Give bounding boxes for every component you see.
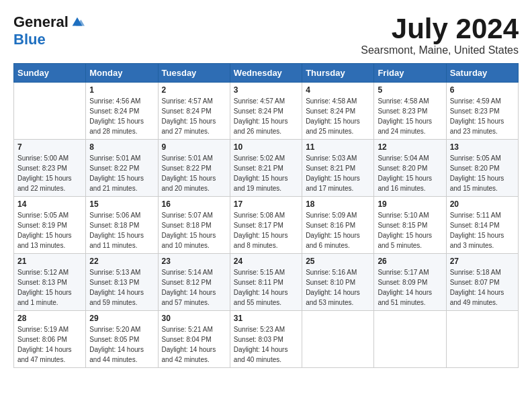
day-info: Sunrise: 5:04 AM Sunset: 8:20 PM Dayligh… — [378, 153, 442, 193]
calendar-day-cell: 20Sunrise: 5:11 AM Sunset: 8:14 PM Dayli… — [446, 197, 518, 254]
calendar-day-cell: 3Sunrise: 4:57 AM Sunset: 8:24 PM Daylig… — [230, 83, 302, 140]
calendar-day-cell: 27Sunrise: 5:18 AM Sunset: 8:07 PM Dayli… — [446, 254, 518, 311]
calendar-day-cell: 16Sunrise: 5:07 AM Sunset: 8:18 PM Dayli… — [158, 197, 230, 254]
day-number: 20 — [450, 199, 515, 209]
logo-blue-text: Blue — [13, 31, 46, 48]
day-info: Sunrise: 4:58 AM Sunset: 8:24 PM Dayligh… — [306, 96, 370, 136]
calendar-body: 1Sunrise: 4:56 AM Sunset: 8:24 PM Daylig… — [14, 83, 519, 368]
calendar-day-cell: 31Sunrise: 5:23 AM Sunset: 8:03 PM Dayli… — [230, 311, 302, 368]
day-number: 31 — [234, 314, 298, 323]
calendar-day-cell: 19Sunrise: 5:10 AM Sunset: 8:15 PM Dayli… — [374, 197, 446, 254]
day-number: 4 — [306, 85, 370, 95]
calendar-day-cell: 11Sunrise: 5:03 AM Sunset: 8:21 PM Dayli… — [302, 140, 374, 197]
weekday-header-row: SundayMondayTuesdayWednesdayThursdayFrid… — [14, 64, 519, 83]
calendar-week-row: 14Sunrise: 5:05 AM Sunset: 8:19 PM Dayli… — [14, 197, 519, 254]
logo: General Blue — [13, 13, 85, 48]
day-number: 18 — [306, 199, 370, 209]
logo-icon — [70, 15, 85, 30]
day-number: 2 — [162, 85, 226, 95]
logo-general-text: General — [13, 13, 69, 31]
day-info: Sunrise: 5:02 AM Sunset: 8:21 PM Dayligh… — [234, 153, 298, 193]
calendar-week-row: 28Sunrise: 5:19 AM Sunset: 8:06 PM Dayli… — [14, 311, 519, 368]
day-info: Sunrise: 5:01 AM Sunset: 8:22 PM Dayligh… — [89, 153, 154, 193]
day-info: Sunrise: 5:06 AM Sunset: 8:18 PM Dayligh… — [89, 210, 154, 250]
day-info: Sunrise: 5:13 AM Sunset: 8:13 PM Dayligh… — [89, 267, 154, 308]
calendar-day-cell: 8Sunrise: 5:01 AM Sunset: 8:22 PM Daylig… — [86, 140, 158, 197]
day-info: Sunrise: 5:18 AM Sunset: 8:07 PM Dayligh… — [450, 267, 515, 308]
calendar-day-cell: 15Sunrise: 5:06 AM Sunset: 8:18 PM Dayli… — [86, 197, 158, 254]
day-number: 15 — [89, 199, 154, 209]
day-info: Sunrise: 4:56 AM Sunset: 8:24 PM Dayligh… — [89, 96, 154, 136]
calendar-day-cell: 2Sunrise: 4:57 AM Sunset: 8:24 PM Daylig… — [158, 83, 230, 140]
calendar-day-cell: 25Sunrise: 5:16 AM Sunset: 8:10 PM Dayli… — [302, 254, 374, 311]
day-number: 1 — [89, 85, 154, 95]
calendar-day-cell — [446, 311, 518, 368]
day-number: 14 — [17, 199, 82, 209]
calendar-day-cell: 12Sunrise: 5:04 AM Sunset: 8:20 PM Dayli… — [374, 140, 446, 197]
day-number: 22 — [89, 257, 154, 266]
day-number: 17 — [234, 199, 298, 209]
day-info: Sunrise: 5:00 AM Sunset: 8:23 PM Dayligh… — [17, 153, 82, 193]
page-header: General Blue July 2024 Searsmont, Maine,… — [13, 13, 519, 56]
day-number: 7 — [17, 142, 82, 152]
day-info: Sunrise: 5:19 AM Sunset: 8:06 PM Dayligh… — [17, 324, 82, 365]
calendar-day-cell: 1Sunrise: 4:56 AM Sunset: 8:24 PM Daylig… — [86, 83, 158, 140]
day-info: Sunrise: 5:17 AM Sunset: 8:09 PM Dayligh… — [378, 267, 442, 308]
day-number: 5 — [378, 85, 442, 95]
day-number: 29 — [89, 314, 154, 323]
calendar-day-cell: 5Sunrise: 4:58 AM Sunset: 8:23 PM Daylig… — [374, 83, 446, 140]
calendar-day-cell: 28Sunrise: 5:19 AM Sunset: 8:06 PM Dayli… — [14, 311, 86, 368]
day-number: 8 — [89, 142, 154, 152]
day-info: Sunrise: 5:07 AM Sunset: 8:18 PM Dayligh… — [162, 210, 226, 250]
weekday-header-cell: Saturday — [446, 64, 518, 83]
day-info: Sunrise: 5:03 AM Sunset: 8:21 PM Dayligh… — [306, 153, 370, 193]
calendar-week-row: 1Sunrise: 4:56 AM Sunset: 8:24 PM Daylig… — [14, 83, 519, 140]
day-number: 26 — [378, 257, 442, 266]
day-number: 25 — [306, 257, 370, 266]
calendar-day-cell: 29Sunrise: 5:20 AM Sunset: 8:05 PM Dayli… — [86, 311, 158, 368]
day-info: Sunrise: 5:21 AM Sunset: 8:04 PM Dayligh… — [162, 324, 226, 365]
month-title: July 2024 — [361, 13, 519, 44]
day-info: Sunrise: 5:08 AM Sunset: 8:17 PM Dayligh… — [234, 210, 298, 250]
calendar-day-cell: 9Sunrise: 5:01 AM Sunset: 8:22 PM Daylig… — [158, 140, 230, 197]
calendar-day-cell: 18Sunrise: 5:09 AM Sunset: 8:16 PM Dayli… — [302, 197, 374, 254]
calendar-day-cell: 4Sunrise: 4:58 AM Sunset: 8:24 PM Daylig… — [302, 83, 374, 140]
day-info: Sunrise: 5:16 AM Sunset: 8:10 PM Dayligh… — [306, 267, 370, 308]
day-number: 3 — [234, 85, 298, 95]
day-info: Sunrise: 5:23 AM Sunset: 8:03 PM Dayligh… — [234, 324, 298, 365]
calendar-day-cell: 23Sunrise: 5:14 AM Sunset: 8:12 PM Dayli… — [158, 254, 230, 311]
day-info: Sunrise: 4:57 AM Sunset: 8:24 PM Dayligh… — [234, 96, 298, 136]
calendar-week-row: 7Sunrise: 5:00 AM Sunset: 8:23 PM Daylig… — [14, 140, 519, 197]
day-number: 12 — [378, 142, 442, 152]
day-number: 6 — [450, 85, 515, 95]
day-info: Sunrise: 5:20 AM Sunset: 8:05 PM Dayligh… — [89, 324, 154, 365]
calendar-table: SundayMondayTuesdayWednesdayThursdayFrid… — [13, 63, 519, 368]
day-info: Sunrise: 5:10 AM Sunset: 8:15 PM Dayligh… — [378, 210, 442, 250]
day-info: Sunrise: 5:05 AM Sunset: 8:20 PM Dayligh… — [450, 153, 515, 193]
calendar-day-cell: 10Sunrise: 5:02 AM Sunset: 8:21 PM Dayli… — [230, 140, 302, 197]
weekday-header-cell: Wednesday — [230, 64, 302, 83]
day-number: 23 — [162, 257, 226, 266]
calendar-day-cell: 24Sunrise: 5:15 AM Sunset: 8:11 PM Dayli… — [230, 254, 302, 311]
day-info: Sunrise: 5:05 AM Sunset: 8:19 PM Dayligh… — [17, 210, 82, 250]
calendar-day-cell: 21Sunrise: 5:12 AM Sunset: 8:13 PM Dayli… — [14, 254, 86, 311]
weekday-header-cell: Friday — [374, 64, 446, 83]
day-info: Sunrise: 4:59 AM Sunset: 8:23 PM Dayligh… — [450, 96, 515, 136]
calendar-day-cell: 26Sunrise: 5:17 AM Sunset: 8:09 PM Dayli… — [374, 254, 446, 311]
day-number: 11 — [306, 142, 370, 152]
day-number: 24 — [234, 257, 298, 266]
day-number: 19 — [378, 199, 442, 209]
day-number: 21 — [17, 257, 82, 266]
title-block: July 2024 Searsmont, Maine, United State… — [361, 13, 519, 56]
weekday-header-cell: Tuesday — [158, 64, 230, 83]
day-number: 27 — [450, 257, 515, 266]
location-text: Searsmont, Maine, United States — [361, 44, 519, 56]
weekday-header-cell: Thursday — [302, 64, 374, 83]
day-info: Sunrise: 5:01 AM Sunset: 8:22 PM Dayligh… — [162, 153, 226, 193]
day-info: Sunrise: 4:57 AM Sunset: 8:24 PM Dayligh… — [162, 96, 226, 136]
weekday-header-cell: Sunday — [14, 64, 86, 83]
day-info: Sunrise: 5:14 AM Sunset: 8:12 PM Dayligh… — [162, 267, 226, 308]
day-number: 16 — [162, 199, 226, 209]
calendar-day-cell: 6Sunrise: 4:59 AM Sunset: 8:23 PM Daylig… — [446, 83, 518, 140]
day-number: 9 — [162, 142, 226, 152]
